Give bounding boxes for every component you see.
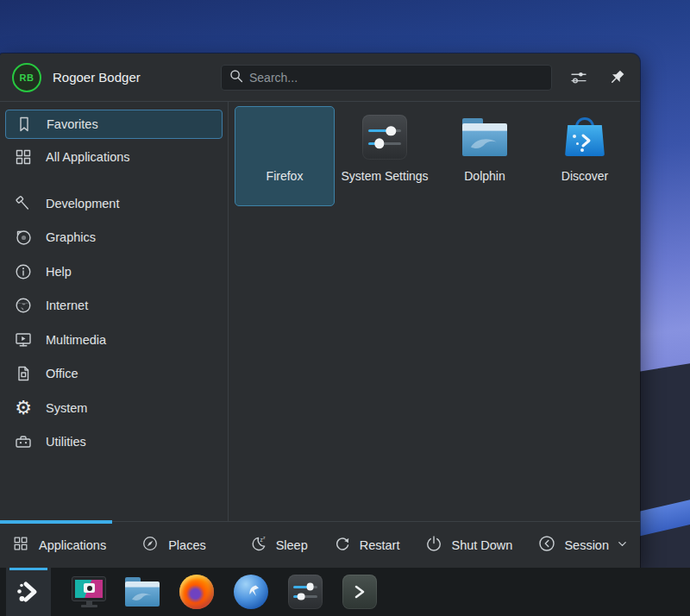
tab-places[interactable]: Places (141, 535, 206, 555)
sidebar-item-favorites[interactable]: Favorites (5, 110, 223, 139)
avatar-initials: RB (20, 72, 34, 83)
pin-icon (607, 68, 626, 87)
search-icon (229, 69, 243, 86)
sidebar-item-label: Graphics (46, 230, 96, 244)
session-back-icon (537, 534, 556, 556)
taskbar-system-settings[interactable] (288, 575, 323, 609)
graphics-icon (14, 228, 33, 247)
taskbar-dolphin[interactable] (125, 575, 160, 609)
info-icon (14, 262, 33, 281)
gear-icon: ⚙ (14, 399, 33, 418)
app-label: Dolphin (464, 167, 505, 185)
sidebar-item-label: Favorites (47, 117, 98, 131)
category-list: Development Graphics Help (0, 186, 228, 459)
document-icon (14, 364, 33, 383)
tab-applications[interactable]: Applications (12, 535, 106, 555)
restart-button[interactable]: Restart (333, 534, 400, 556)
svg-text:z: z (263, 535, 266, 540)
sidebar-item-help[interactable]: Help (0, 255, 228, 289)
user-name: Rogoer Bodger (53, 70, 141, 85)
search-input[interactable] (249, 71, 543, 85)
chevron-down-icon (617, 538, 628, 552)
sidebar-item-label: Help (46, 265, 72, 279)
user-avatar[interactable]: RB (12, 63, 41, 92)
app-tile-discover[interactable]: Discover (535, 106, 635, 206)
sidebar-item-label: Utilities (46, 435, 86, 449)
action-label: Restart (360, 538, 400, 552)
taskbar (0, 568, 690, 616)
app-label: Discover (561, 167, 608, 185)
konsole-icon (342, 575, 377, 609)
favorites-grid: Firefox System Settings (229, 102, 640, 521)
taskbar-application-launcher[interactable] (6, 568, 51, 616)
system-settings-icon (362, 115, 407, 160)
firefox-icon (179, 575, 214, 609)
dolphin-icon (462, 115, 507, 160)
taskbar-firefox[interactable] (179, 575, 214, 609)
sidebar-item-label: Multimedia (46, 333, 106, 347)
discover-icon (562, 115, 607, 160)
taskbar-konsole[interactable] (342, 575, 377, 609)
sidebar-item-label: System (46, 401, 87, 415)
sleep-button[interactable]: zz Sleep (249, 534, 308, 556)
action-label: Shut Down (451, 538, 512, 552)
launcher-body: Favorites All Applications Development (0, 102, 640, 521)
monitor-play-icon (14, 330, 33, 349)
globe-icon (14, 296, 33, 315)
grid-icon (14, 148, 33, 167)
sidebar-item-label: Development (46, 197, 119, 211)
spectacle-icon (71, 575, 105, 609)
sidebar-item-development[interactable]: Development (0, 186, 228, 221)
sidebar-item-label: Internet (46, 299, 88, 312)
grid-icon (12, 535, 29, 555)
system-settings-icon (288, 575, 323, 609)
sidebar-item-graphics[interactable]: Graphics (0, 221, 228, 255)
taskbar-spectacle[interactable] (71, 575, 105, 609)
configure-button[interactable] (568, 66, 590, 89)
hammer-icon (14, 194, 33, 213)
toolbox-icon (14, 432, 33, 451)
action-label: Sleep (276, 538, 308, 552)
action-label: Session (564, 538, 609, 552)
sidebar-item-multimedia[interactable]: Multimedia (0, 323, 228, 357)
application-launcher-popup: RB Rogoer Bodger (0, 53, 640, 568)
sidebar-item-label: Office (46, 367, 78, 380)
app-tile-system-settings[interactable]: System Settings (335, 106, 435, 206)
compass-icon (141, 535, 159, 555)
restart-arrows-icon (333, 534, 352, 556)
pin-button[interactable] (605, 66, 628, 89)
sidebar-item-internet[interactable]: Internet (0, 289, 228, 324)
bookmark-icon (15, 115, 34, 134)
firefox-icon (262, 115, 307, 160)
configure-icon (569, 68, 588, 87)
tab-label: Places (168, 538, 206, 552)
shut-down-button[interactable]: Shut Down (424, 534, 512, 556)
sidebar-item-utilities[interactable]: Utilities (0, 425, 228, 460)
launcher-header: RB Rogoer Bodger (0, 53, 640, 102)
category-sidebar: Favorites All Applications Development (0, 102, 229, 521)
app-tile-firefox[interactable]: Firefox (235, 106, 335, 206)
sidebar-item-system[interactable]: ⚙ System (0, 391, 228, 425)
session-actions: zz Sleep Restart Shut Down Ses (249, 534, 628, 556)
session-button[interactable]: Session (537, 534, 628, 556)
search-field[interactable] (221, 65, 552, 91)
moon-zz-icon: zz (249, 534, 268, 556)
sidebar-item-label: All Applications (46, 150, 130, 164)
sidebar-item-all-applications[interactable]: All Applications (0, 142, 228, 172)
power-icon (424, 534, 443, 556)
taskbar-konqueror[interactable] (234, 575, 268, 609)
tab-label: Applications (39, 538, 106, 552)
konqueror-icon (234, 575, 268, 609)
dolphin-icon (125, 577, 160, 607)
app-label: Firefox (267, 167, 304, 185)
sidebar-item-office[interactable]: Office (0, 357, 228, 392)
app-tile-dolphin[interactable]: Dolphin (435, 106, 535, 206)
launcher-footer: Applications Places zz Sleep Restart (0, 521, 640, 568)
app-label: System Settings (341, 167, 428, 185)
application-launcher-icon (11, 575, 46, 609)
